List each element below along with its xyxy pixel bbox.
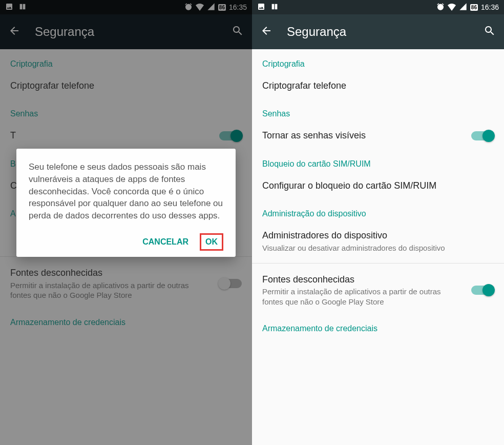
phone-left: 86 16:35 Segurança Criptografia Criptogr…: [0, 0, 252, 445]
back-arrow-icon[interactable]: [260, 25, 272, 39]
status-time: 16:36: [481, 3, 499, 11]
dialog-message: Seu telefone e seus dados pessoais são m…: [29, 161, 223, 222]
divider: [252, 263, 504, 264]
book-icon: [270, 3, 279, 12]
section-passwords: Senhas: [252, 99, 504, 123]
action-bar: Segurança: [252, 14, 504, 49]
status-bar: 86 16:36: [252, 0, 504, 14]
section-credentials: Armazenamento de credenciais: [252, 314, 504, 337]
cancel-button[interactable]: CANCELAR: [137, 233, 194, 251]
item-device-admins[interactable]: Administradores do dispositivo Visualiza…: [252, 222, 504, 260]
ok-button[interactable]: OK: [200, 233, 223, 251]
settings-content: Criptografia Criptografar telefone Senha…: [252, 49, 504, 445]
item-sim-lock[interactable]: Configurar o bloqueio do cartão SIM/RUIM: [252, 173, 504, 199]
signal-icon: [459, 3, 467, 12]
battery-icon: 86: [470, 4, 478, 11]
search-icon[interactable]: [484, 25, 496, 39]
alarm-icon: [436, 3, 445, 12]
item-unknown-sources[interactable]: Fontes desconhecidas Permitir a instalaç…: [252, 267, 504, 314]
item-crypto[interactable]: Criptografar telefone: [252, 73, 504, 99]
phone-right: 86 16:36 Segurança Criptografia Criptogr…: [252, 0, 504, 445]
page-title: Segurança: [287, 25, 484, 39]
image-icon: [257, 3, 265, 12]
toggle-unknown-sources[interactable]: [471, 286, 494, 295]
item-password-visible[interactable]: Tornar as senhas visíveis: [252, 123, 504, 149]
section-sim: Bloqueio do cartão SIM/RUIM: [252, 149, 504, 173]
section-admin: Administração do dispositivo: [252, 199, 504, 222]
section-crypto: Criptografia: [252, 49, 504, 73]
wifi-icon: [448, 3, 456, 12]
confirm-dialog: Seu telefone e seus dados pessoais são m…: [16, 149, 236, 257]
toggle-password[interactable]: [471, 131, 494, 140]
